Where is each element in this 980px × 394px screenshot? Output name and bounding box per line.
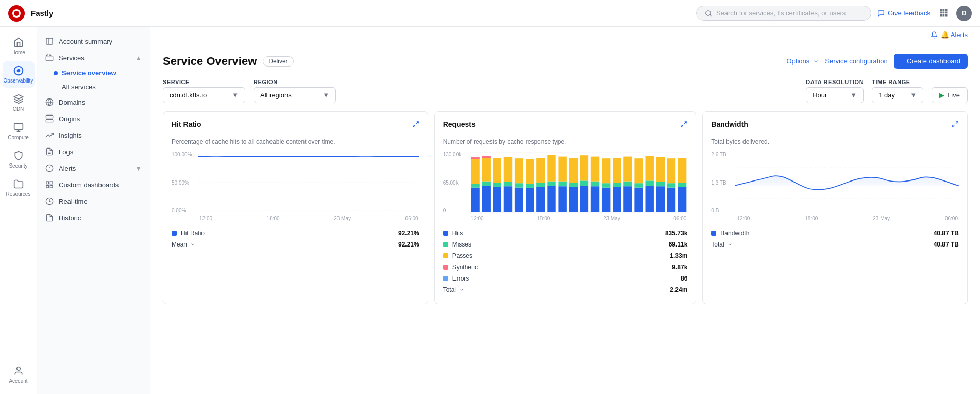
nav-logs-label: Logs bbox=[59, 148, 73, 156]
svg-rect-18 bbox=[46, 38, 53, 44]
sidebar-item-observability[interactable]: Observability bbox=[3, 61, 35, 88]
bandwidth-expand-icon[interactable] bbox=[952, 121, 959, 128]
svg-rect-70 bbox=[547, 182, 555, 186]
region-select[interactable]: All regions ▼ bbox=[254, 87, 336, 103]
sidebar-item-compute[interactable]: Compute bbox=[3, 118, 35, 144]
svg-rect-81 bbox=[590, 186, 599, 212]
legend-item-hits: Hits 835.73k bbox=[443, 227, 688, 239]
sidebar-item-account[interactable]: Account bbox=[3, 362, 35, 388]
total-chevron-icon[interactable] bbox=[459, 287, 464, 292]
svg-rect-35 bbox=[46, 185, 49, 188]
sidebar-label-home: Home bbox=[11, 50, 25, 55]
svg-rect-9 bbox=[943, 14, 945, 17]
legend-item-misses: Misses 69.11k bbox=[443, 239, 688, 250]
svg-rect-95 bbox=[634, 158, 643, 183]
search-bar[interactable]: Search for services, tls certificates, o… bbox=[696, 6, 871, 21]
hit-ratio-expand-icon[interactable] bbox=[412, 121, 419, 128]
live-button[interactable]: ▶ Live bbox=[932, 87, 968, 103]
requests-chart-area: 130.00k65.00k0 bbox=[443, 152, 688, 214]
options-button[interactable]: Options bbox=[787, 57, 819, 65]
nav-account-summary[interactable]: Account summary bbox=[37, 33, 150, 50]
sidebar-item-security[interactable]: Security bbox=[3, 146, 35, 173]
region-filter-label: Region bbox=[254, 79, 336, 85]
mean-chevron-icon[interactable] bbox=[190, 242, 195, 247]
brand-name: Fastly bbox=[31, 9, 53, 18]
summary-icon bbox=[45, 37, 54, 45]
hit-ratio-header: Hit Ratio bbox=[172, 120, 419, 128]
shield-icon bbox=[13, 151, 24, 161]
data-resolution-select[interactable]: Hour ▼ bbox=[806, 87, 864, 103]
nav-services[interactable]: Services ▲ bbox=[37, 50, 150, 66]
nav-alerts-label: Alerts bbox=[59, 165, 76, 172]
svg-rect-14 bbox=[14, 124, 23, 130]
svg-rect-107 bbox=[678, 158, 686, 183]
service-select[interactable]: cdn.dl.k8s.io ▼ bbox=[163, 87, 245, 103]
time-range-value: 1 day bbox=[878, 91, 895, 99]
nav-insights[interactable]: Insights bbox=[37, 127, 150, 143]
nav-historic[interactable]: Historic bbox=[37, 209, 150, 226]
svg-rect-104 bbox=[667, 158, 675, 183]
home-icon bbox=[13, 37, 24, 47]
hit-ratio-xaxis: 12:0018:0023 May06:00 bbox=[198, 216, 419, 221]
legend-item-synthetic: Synthetic 9.87k bbox=[443, 261, 688, 273]
svg-rect-76 bbox=[569, 183, 577, 187]
bandwidth-total-chevron-icon[interactable] bbox=[728, 242, 733, 247]
svg-rect-55 bbox=[493, 183, 501, 187]
bandwidth-y-labels: 2.6 TB1.3 TB0 B bbox=[711, 152, 734, 214]
svg-rect-90 bbox=[623, 186, 632, 212]
nav-logs[interactable]: Logs bbox=[37, 143, 150, 160]
logs-icon bbox=[45, 147, 54, 156]
nav-service-overview[interactable]: Service overview bbox=[54, 66, 150, 80]
nav-custom-dashboards[interactable]: Custom dashboards bbox=[37, 176, 150, 193]
nav-alerts[interactable]: Alerts ▼ bbox=[37, 160, 150, 176]
create-dashboard-button[interactable]: + Create dashboard bbox=[894, 54, 968, 69]
svg-line-108 bbox=[956, 122, 958, 124]
svg-point-12 bbox=[16, 69, 20, 73]
svg-rect-8 bbox=[940, 14, 942, 17]
svg-rect-53 bbox=[482, 156, 490, 158]
sidebar-item-cdn[interactable]: CDN bbox=[3, 90, 35, 116]
sidebar-label-observability: Observability bbox=[4, 78, 33, 84]
svg-line-37 bbox=[416, 122, 418, 124]
svg-rect-4 bbox=[945, 9, 948, 11]
nav-all-services[interactable]: All services bbox=[54, 80, 150, 94]
search-placeholder: Search for services, tls certificates, o… bbox=[716, 9, 846, 17]
observability-icon bbox=[13, 65, 24, 76]
apps-grid-icon[interactable] bbox=[939, 8, 948, 19]
svg-rect-59 bbox=[503, 157, 512, 182]
svg-rect-94 bbox=[634, 183, 643, 187]
data-resolution-chevron: ▼ bbox=[850, 91, 857, 99]
nav-origins[interactable]: Origins bbox=[37, 110, 150, 127]
feedback-button[interactable]: Give feedback bbox=[877, 9, 931, 17]
alerts-link[interactable]: 🔔 Alerts bbox=[931, 31, 968, 39]
account-icon bbox=[13, 366, 24, 376]
time-range-select[interactable]: 1 day ▼ bbox=[872, 87, 923, 103]
svg-rect-3 bbox=[943, 9, 945, 11]
nav-domains[interactable]: Domains bbox=[37, 94, 150, 110]
sidebar-label-security: Security bbox=[9, 163, 27, 169]
requests-bar-svg bbox=[470, 152, 688, 214]
svg-rect-71 bbox=[547, 155, 555, 182]
live-label: Live bbox=[948, 91, 960, 99]
svg-rect-72 bbox=[558, 186, 566, 212]
svg-line-42 bbox=[681, 125, 683, 127]
bandwidth-line-svg bbox=[735, 152, 959, 214]
nav-account-summary-label: Account summary bbox=[59, 38, 112, 45]
requests-expand-icon[interactable] bbox=[680, 121, 687, 128]
svg-rect-91 bbox=[623, 182, 632, 187]
svg-rect-88 bbox=[613, 183, 621, 187]
hit-ratio-line-svg bbox=[198, 152, 419, 214]
data-resolution-value: Hour bbox=[813, 91, 827, 99]
service-config-button[interactable]: Service configuration bbox=[825, 57, 887, 65]
filters-row: Service cdn.dl.k8s.io ▼ Region All regio… bbox=[150, 77, 980, 111]
region-select-value: All regions bbox=[260, 91, 292, 99]
user-avatar[interactable]: D bbox=[956, 6, 972, 21]
sidebar-item-home[interactable]: Home bbox=[3, 33, 35, 59]
feedback-icon bbox=[877, 10, 885, 17]
svg-rect-98 bbox=[645, 156, 653, 180]
svg-rect-68 bbox=[536, 158, 545, 183]
alerts-icon bbox=[45, 164, 54, 172]
sidebar-item-resources[interactable]: Resources bbox=[3, 175, 35, 201]
svg-rect-49 bbox=[471, 157, 479, 159]
nav-real-time[interactable]: Real-time bbox=[37, 193, 150, 209]
